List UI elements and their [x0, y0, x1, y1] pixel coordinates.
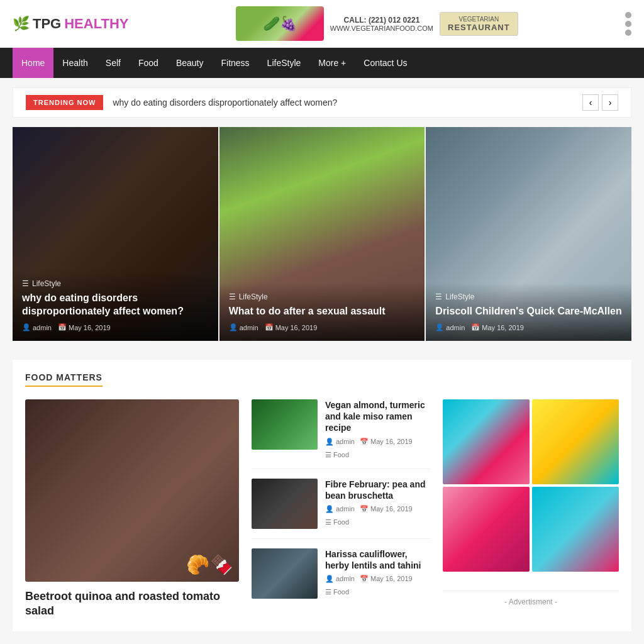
food-thumb-1 — [252, 399, 318, 450]
article-card-2-meta: 👤 admin 📅 May 16, 2019 — [229, 323, 416, 331]
food-article-item-1[interactable]: Vegan almond, turmeric and kale miso ram… — [252, 399, 430, 469]
article-card-3-overlay: ☰ LifeStyle Driscoll Children's Quick Ca… — [426, 283, 631, 341]
date-icon: 📅 May 16, 2019 — [471, 323, 524, 331]
date-icon: 📅 May 16, 2019 — [58, 323, 111, 331]
food-article-info-1: Vegan almond, turmeric and kale miso ram… — [325, 399, 430, 459]
nav-item-health[interactable]: Health — [53, 48, 96, 78]
date-icon: 📅 May 16, 2019 — [360, 575, 413, 583]
nav-item-beauty[interactable]: Beauty — [167, 48, 213, 78]
nav-item-more-plus[interactable]: More + — [309, 48, 355, 78]
top-header: 🌿 TPG HEALTHY CALL: (221) 012 0221 WWW.V… — [0, 0, 644, 48]
nav-item-self[interactable]: Self — [97, 48, 130, 78]
category-tag-3: ☰ Food — [325, 588, 349, 596]
author-icon: 👤 admin — [435, 323, 465, 331]
logo-tpg: TPG — [33, 16, 61, 32]
date-icon: 📅 May 16, 2019 — [360, 438, 413, 446]
article-card-2-category: ☰ LifeStyle — [229, 292, 416, 301]
header-contact-info: CALL: (221) 012 0221 WWW.VEGETARIANFOOD.… — [330, 16, 433, 32]
food-thumb-3 — [252, 548, 318, 599]
food-article-meta-2: 👤 admin 📅 May 16, 2019 ☰ Food — [325, 505, 430, 526]
author-icon: 👤 admin — [325, 438, 355, 446]
trending-prev-button[interactable]: ‹ — [582, 94, 599, 111]
category-tag-1: ☰ Food — [325, 451, 349, 459]
header-center: CALL: (221) 012 0221 WWW.VEGETARIANFOOD.… — [236, 6, 518, 41]
article-card-1-title: why do eating disorders disproportionate… — [22, 292, 209, 318]
restaurant-label: VEGETARIAN — [448, 16, 510, 23]
nav-link-beauty[interactable]: Beauty — [167, 48, 213, 78]
nav-item-lifestyle[interactable]: LifeStyle — [258, 48, 310, 78]
food-article-title-3: Harissa cauliflower, herby lentils and t… — [325, 548, 430, 571]
article-card-1-meta: 👤 admin 📅 May 16, 2019 — [22, 323, 209, 331]
nav-link-food[interactable]: Food — [130, 48, 167, 78]
social-icon-1[interactable] — [625, 12, 631, 18]
food-main-title: Beetroot quinoa and roasted tomato salad — [25, 589, 239, 619]
header-call: CALL: (221) 012 0221 — [344, 16, 420, 25]
nav-link-health[interactable]: Health — [53, 48, 96, 78]
main-nav: HomeHealthSelfFoodBeautyFitnessLifeStyle… — [0, 48, 644, 78]
social-icon-2[interactable] — [625, 21, 631, 27]
nav-link-self[interactable]: Self — [97, 48, 130, 78]
header-social-icons — [625, 12, 631, 36]
sidebar-photo-2[interactable] — [532, 399, 619, 484]
article-card-2[interactable]: ☰ LifeStyle What to do after a sexual as… — [219, 127, 425, 341]
article-card-3-category: ☰ LifeStyle — [435, 292, 622, 301]
article-card-2-overlay: ☰ LifeStyle What to do after a sexual as… — [219, 283, 425, 341]
author-icon: 👤 admin — [325, 505, 355, 513]
list-icon: ☰ — [229, 292, 236, 301]
site-logo[interactable]: 🌿 TPG HEALTHY — [13, 16, 129, 32]
social-icon-3[interactable] — [625, 30, 631, 36]
date-icon: 📅 May 16, 2019 — [265, 323, 318, 331]
sidebar-photos-container: - Advertisment - — [443, 399, 619, 619]
food-main-column: Beetroot quinoa and roasted tomato salad — [25, 399, 239, 619]
header-website: WWW.VEGETARIANFOOD.COM — [330, 25, 433, 32]
sidebar-photos-wrapper — [443, 399, 619, 572]
sidebar-photo-1[interactable] — [443, 399, 530, 484]
logo-icon: 🌿 — [13, 16, 30, 32]
header-food-image — [236, 6, 324, 41]
author-icon: 👤 admin — [229, 323, 258, 331]
food-article-meta-3: 👤 admin 📅 May 16, 2019 ☰ Food — [325, 575, 430, 596]
food-article-title-2: Fibre February: pea and bean bruschetta — [325, 479, 430, 501]
article-card-1[interactable]: ☰ LifeStyle why do eating disorders disp… — [13, 127, 218, 341]
article-card-3-title: Driscoll Children's Quick Care-McAllen — [435, 305, 622, 318]
nav-link-lifestyle[interactable]: LifeStyle — [258, 48, 310, 78]
logo-healthy: HEALTHY — [64, 16, 128, 32]
nav-link-more-plus[interactable]: More + — [309, 48, 355, 78]
trending-text: why do eating disorders disproportionate… — [103, 97, 582, 108]
nav-link-fitness[interactable]: Fitness — [212, 48, 258, 78]
nav-item-contact-us[interactable]: Contact Us — [355, 48, 416, 78]
sidebar-photo-3[interactable] — [443, 487, 530, 572]
nav-link-contact-us[interactable]: Contact Us — [355, 48, 416, 78]
section-header: FOOD MATTERS — [25, 372, 103, 387]
food-article-title-1: Vegan almond, turmeric and kale miso ram… — [325, 399, 430, 434]
food-article-info-3: Harissa cauliflower, herby lentils and t… — [325, 548, 430, 596]
trending-label: TRENDING NOW — [26, 95, 103, 110]
nav-item-home[interactable]: Home — [13, 48, 53, 78]
article-card-2-title: What to do after a sexual assault — [229, 305, 416, 318]
section-title: FOOD MATTERS — [25, 372, 103, 386]
trending-bar: TRENDING NOW why do eating disorders dis… — [13, 87, 631, 118]
food-article-item-3[interactable]: Harissa cauliflower, herby lentils and t… — [252, 548, 430, 608]
featured-articles: ☰ LifeStyle why do eating disorders disp… — [13, 127, 631, 341]
trending-navigation: ‹ › — [582, 94, 618, 111]
list-icon: ☰ — [22, 279, 29, 288]
date-icon: 📅 May 16, 2019 — [360, 505, 413, 513]
food-main-image[interactable] — [25, 399, 239, 582]
list-icon: ☰ — [435, 292, 442, 301]
author-icon: 👤 admin — [22, 323, 52, 331]
nav-link-home[interactable]: Home — [13, 48, 53, 78]
nav-item-food[interactable]: Food — [130, 48, 167, 78]
sidebar-photo-4[interactable] — [532, 487, 619, 572]
food-matters-section: FOOD MATTERS Beetroot quinoa and roasted… — [13, 360, 631, 631]
food-matters-grid: Beetroot quinoa and roasted tomato salad… — [25, 399, 619, 619]
food-thumb-2 — [252, 479, 318, 529]
article-card-1-category: ☰ LifeStyle — [22, 279, 209, 288]
article-card-3[interactable]: ☰ LifeStyle Driscoll Children's Quick Ca… — [426, 127, 631, 341]
trending-next-button[interactable]: › — [602, 94, 618, 111]
food-article-item-2[interactable]: Fibre February: pea and bean bruschetta … — [252, 479, 430, 539]
food-article-meta-1: 👤 admin 📅 May 16, 2019 ☰ Food — [325, 438, 430, 459]
nav-item-fitness[interactable]: Fitness — [212, 48, 258, 78]
article-card-1-overlay: ☰ LifeStyle why do eating disorders disp… — [13, 270, 218, 341]
food-article-info-2: Fibre February: pea and bean bruschetta … — [325, 479, 430, 526]
author-icon: 👤 admin — [325, 575, 355, 583]
